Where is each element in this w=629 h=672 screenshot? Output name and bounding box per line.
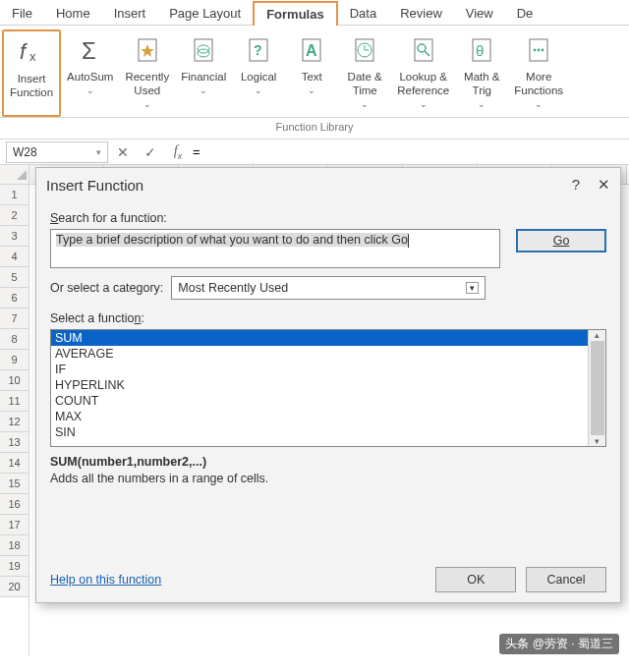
svg-point-16 <box>418 44 426 52</box>
row-header[interactable]: 6 <box>0 288 29 308</box>
function-list[interactable]: SUMAVERAGEIFHYPERLINKCOUNTMAXSIN ▴▾ <box>50 329 606 447</box>
logical-label: Logical <box>241 71 276 84</box>
text-button[interactable]: A Text ⌄ <box>285 29 338 117</box>
row-header[interactable]: 8 <box>0 329 29 350</box>
watermark: 头条 @劳资 · 蜀道三 <box>499 634 619 654</box>
row-header[interactable]: 1 <box>0 185 29 205</box>
text-icon: A <box>295 33 328 67</box>
text-label: Text <box>302 71 322 84</box>
chevron-down-icon: ⌄ <box>308 85 315 96</box>
lookup-reference-button[interactable]: Lookup & Reference ⌄ <box>391 29 455 117</box>
insert-function-button[interactable]: fx Insert Function <box>2 29 61 117</box>
tab-file[interactable]: File <box>0 2 44 25</box>
row-header[interactable]: 7 <box>0 308 29 329</box>
row-header[interactable]: 14 <box>0 453 29 474</box>
financial-button[interactable]: Financial ⌄ <box>175 29 232 117</box>
row-header[interactable]: 13 <box>0 432 29 453</box>
math-label: Math & Trig <box>464 71 499 98</box>
more-label: More Functions <box>514 71 563 98</box>
date-time-label: Date & Time <box>348 71 382 98</box>
tab-review[interactable]: Review <box>388 2 454 25</box>
date-time-button[interactable]: Date & Time ⌄ <box>338 29 391 117</box>
category-select[interactable]: Most Recently Used▾ <box>171 276 486 300</box>
row-header[interactable]: 2 <box>0 205 29 226</box>
go-button[interactable]: Go <box>516 229 606 252</box>
chevron-down-icon: ⌄ <box>86 85 94 96</box>
row-header[interactable]: 9 <box>0 350 29 370</box>
svg-text:Σ: Σ <box>82 37 96 64</box>
chevron-down-icon: ⌄ <box>255 85 262 96</box>
scrollbar[interactable]: ▴▾ <box>588 330 605 446</box>
lookup-label: Lookup & Reference <box>397 71 449 98</box>
row-header[interactable]: 19 <box>0 556 29 577</box>
recently-used-button[interactable]: Recently Used ⌄ <box>119 29 175 117</box>
tab-formulas[interactable]: Formulas <box>253 1 338 26</box>
row-header[interactable]: 10 <box>0 370 29 391</box>
function-signature: SUM(number1,number2,...) <box>50 455 606 469</box>
clock-icon <box>348 33 381 67</box>
function-list-item[interactable]: SIN <box>51 424 588 440</box>
tab-developer-partial[interactable]: De <box>505 2 545 25</box>
tab-home[interactable]: Home <box>44 2 102 25</box>
svg-text:A: A <box>306 42 317 59</box>
select-all-corner[interactable] <box>0 165 29 185</box>
fx-icon-small[interactable]: fx <box>169 143 187 161</box>
insert-function-label: Insert Function <box>10 73 53 100</box>
function-list-item[interactable]: HYPERLINK <box>51 377 588 393</box>
logical-icon: ? <box>242 33 275 67</box>
cancel-button[interactable]: Cancel <box>526 567 606 592</box>
chevron-down-icon: ⌄ <box>200 85 207 96</box>
function-list-item[interactable]: COUNT <box>51 393 588 409</box>
row-header[interactable]: 15 <box>0 474 29 494</box>
more-icon <box>522 33 555 67</box>
row-header[interactable]: 4 <box>0 247 29 267</box>
search-input-value: Type a brief description of what you wan… <box>56 233 408 247</box>
help-icon[interactable]: ? <box>572 176 580 194</box>
row-header[interactable]: 18 <box>0 535 29 556</box>
row-header[interactable]: 5 <box>0 267 29 288</box>
math-trig-button[interactable]: θ Math & Trig ⌄ <box>455 29 508 117</box>
tab-view[interactable]: View <box>454 2 505 25</box>
tab-data[interactable]: Data <box>338 2 388 25</box>
autosum-label: AutoSum <box>67 71 113 84</box>
select-function-label: Select a function: <box>50 311 606 325</box>
tab-page-layout[interactable]: Page Layout <box>157 2 253 25</box>
svg-text:f: f <box>20 39 29 64</box>
dialog-titlebar: Insert Function ? ✕ <box>36 168 620 201</box>
row-header[interactable]: 11 <box>0 391 29 412</box>
row-header[interactable]: 16 <box>0 494 29 515</box>
function-list-item[interactable]: MAX <box>51 409 588 424</box>
name-box[interactable]: W28▾ <box>6 141 108 163</box>
row-header[interactable]: 12 <box>0 412 29 432</box>
tab-insert[interactable]: Insert <box>102 2 158 25</box>
formula-bar: W28▾ ✕ ✓ fx <box>0 140 629 165</box>
formula-input[interactable] <box>193 144 389 159</box>
svg-point-21 <box>534 49 537 52</box>
help-link[interactable]: Help on this function <box>50 573 161 587</box>
row-header[interactable]: 17 <box>0 515 29 535</box>
financial-icon <box>187 33 220 67</box>
chevron-down-icon: ⌄ <box>420 99 428 110</box>
dialog-title: Insert Function <box>46 177 143 194</box>
more-functions-button[interactable]: More Functions ⌄ <box>508 29 569 117</box>
function-list-item[interactable]: IF <box>51 362 588 377</box>
cancel-formula-icon[interactable]: ✕ <box>114 144 132 160</box>
function-list-item[interactable]: AVERAGE <box>51 346 588 362</box>
svg-text:?: ? <box>254 42 262 58</box>
close-icon[interactable]: ✕ <box>598 176 610 194</box>
autosum-button[interactable]: Σ AutoSum ⌄ <box>61 29 119 117</box>
row-header[interactable]: 3 <box>0 226 29 247</box>
logical-button[interactable]: ? Logical ⌄ <box>232 29 285 117</box>
function-list-item[interactable]: SUM <box>51 330 588 346</box>
row-header[interactable]: 20 <box>0 577 29 597</box>
svg-line-17 <box>425 51 429 56</box>
svg-point-23 <box>542 49 544 52</box>
category-value: Most Recently Used <box>178 281 288 295</box>
search-input[interactable]: Type a brief description of what you wan… <box>50 229 500 268</box>
svg-text:x: x <box>29 49 36 64</box>
chevron-down-icon: ⌄ <box>143 99 151 110</box>
chevron-down-icon: ⌄ <box>535 99 543 110</box>
enter-formula-icon[interactable]: ✓ <box>142 144 159 160</box>
ok-button[interactable]: OK <box>435 567 516 592</box>
recently-used-label: Recently Used <box>125 71 169 98</box>
